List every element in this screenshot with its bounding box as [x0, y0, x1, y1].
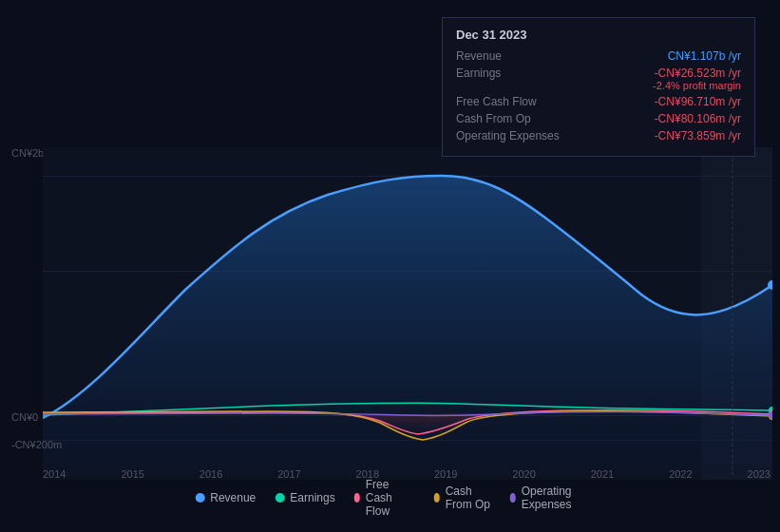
- tooltip: Dec 31 2023 Revenue CN¥1.107b /yr Earnin…: [442, 17, 755, 157]
- y-label-top: CN¥2b: [11, 147, 44, 159]
- tooltip-row-fcf: Free Cash Flow -CN¥96.710m /yr: [456, 95, 741, 108]
- legend-dot-opex: [510, 493, 516, 503]
- cashfromop-value: -CN¥80.106m /yr: [655, 112, 741, 125]
- chart-legend: Revenue Earnings Free Cash Flow Cash Fro…: [195, 478, 585, 518]
- x-label-2015: 2015: [121, 468, 143, 480]
- legend-dot-fcf: [354, 493, 360, 503]
- x-label-2023: 2023: [748, 468, 770, 480]
- legend-opex[interactable]: Operating Expenses: [510, 484, 585, 511]
- opex-label: Operating Expenses: [456, 129, 560, 142]
- legend-label-opex: Operating Expenses: [522, 484, 585, 511]
- y-label-neg200: -CN¥200m: [11, 439, 62, 450]
- legend-label-cashfromop: Cash From Op: [446, 484, 491, 511]
- legend-dot-revenue: [195, 493, 204, 503]
- fcf-label: Free Cash Flow: [456, 95, 537, 108]
- tooltip-title: Dec 31 2023: [456, 28, 741, 42]
- legend-label-revenue: Revenue: [210, 491, 256, 504]
- earnings-value: -CN¥26.523m /yr: [653, 66, 741, 80]
- legend-cashfromop[interactable]: Cash From Op: [434, 484, 491, 511]
- main-chart-svg[interactable]: [43, 147, 772, 475]
- profit-margin-value: -2.4% profit margin: [653, 80, 741, 91]
- legend-label-earnings: Earnings: [290, 491, 334, 504]
- revenue-value: CN¥1.107b /yr: [668, 49, 741, 63]
- x-label-2014: 2014: [43, 468, 66, 480]
- tooltip-row-cashfromop: Cash From Op -CN¥80.106m /yr: [456, 112, 741, 125]
- fcf-value: -CN¥96.710m /yr: [655, 95, 741, 108]
- opex-value: -CN¥73.859m /yr: [655, 129, 741, 142]
- chart-container: Dec 31 2023 Revenue CN¥1.107b /yr Earnin…: [0, 0, 780, 532]
- tooltip-row-earnings: Earnings -CN¥26.523m /yr -2.4% profit ma…: [456, 66, 741, 91]
- tooltip-row-revenue: Revenue CN¥1.107b /yr: [456, 49, 741, 63]
- x-label-2022: 2022: [669, 468, 692, 480]
- x-label-2021: 2021: [591, 468, 614, 480]
- legend-fcf[interactable]: Free Cash Flow: [354, 478, 415, 518]
- y-label-zero: CN¥0: [11, 411, 38, 423]
- legend-label-fcf: Free Cash Flow: [366, 478, 415, 518]
- earnings-label: Earnings: [456, 66, 501, 91]
- tooltip-row-opex: Operating Expenses -CN¥73.859m /yr: [456, 129, 741, 142]
- legend-revenue[interactable]: Revenue: [195, 491, 256, 504]
- legend-earnings[interactable]: Earnings: [275, 491, 334, 504]
- legend-dot-cashfromop: [434, 493, 440, 503]
- legend-dot-earnings: [275, 493, 284, 503]
- revenue-label: Revenue: [456, 49, 502, 63]
- cashfromop-label: Cash From Op: [456, 112, 531, 125]
